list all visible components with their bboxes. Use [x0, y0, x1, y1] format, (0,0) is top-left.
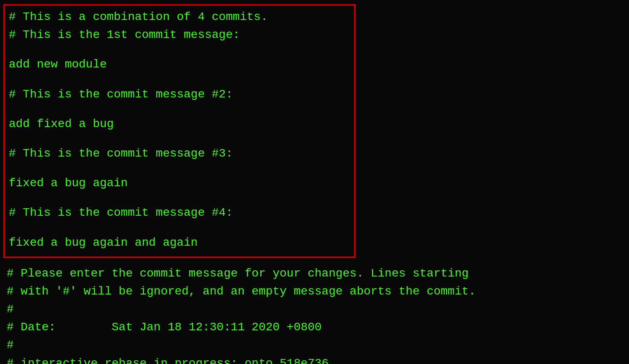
- commit-line-2: # This is the 1st commit message:: [9, 26, 350, 44]
- instruction-line-6: # interactive rebase in progress; onto 5…: [7, 354, 622, 364]
- empty-line-4: [9, 133, 350, 145]
- empty-line-2: [9, 74, 350, 85]
- instruction-line-4: # Date: Sat Jan 18 12:30:11 2020 +0800: [7, 318, 622, 336]
- commit-line-3: add new module: [9, 55, 350, 73]
- empty-line-1: [9, 44, 350, 55]
- commit-line-8: # This is the commit message #4:: [9, 204, 350, 222]
- commit-line-9: fixed a bug again and again: [9, 234, 350, 252]
- highlighted-commit-box: # This is a combination of 4 commits. # …: [3, 4, 355, 258]
- commit-line-5: add fixed a bug: [9, 115, 350, 133]
- instruction-line-1: # Please enter the commit message for yo…: [7, 264, 622, 282]
- instruction-line-3: #: [7, 300, 622, 318]
- empty-line-5: [9, 162, 350, 174]
- instruction-line-2: # with '#' will be ignored, and an empty…: [7, 282, 622, 300]
- instruction-line-5: #: [7, 336, 622, 354]
- commit-line-1: # This is a combination of 4 commits.: [9, 8, 350, 26]
- terminal-container: # This is a combination of 4 commits. # …: [0, 0, 629, 364]
- bottom-instructions: # Please enter the commit message for yo…: [3, 261, 626, 364]
- commit-line-6: # This is the commit message #3:: [9, 145, 350, 162]
- commit-line-4: # This is the commit message #2:: [9, 85, 350, 103]
- empty-line-7: [9, 222, 350, 234]
- empty-line-3: [9, 103, 350, 115]
- commit-line-7: fixed a bug again: [9, 174, 350, 192]
- empty-line-6: [9, 192, 350, 204]
